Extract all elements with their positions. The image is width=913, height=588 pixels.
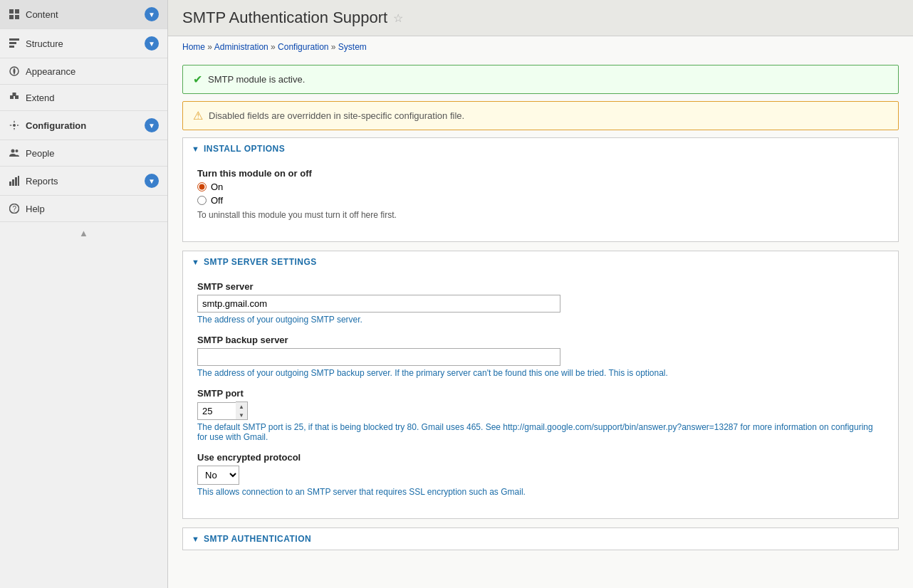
radio-on-label[interactable]: On <box>211 182 223 192</box>
radio-on-input[interactable] <box>197 182 207 191</box>
svg-rect-10 <box>13 93 16 96</box>
main-content: SMTP Authentication Support ☆ Home » Adm… <box>168 0 913 588</box>
chevron-down-icon: ▼ <box>145 7 159 21</box>
gmail-support-link[interactable]: http://gmail.google.com/support/bin/answ… <box>503 422 738 432</box>
smtp-port-desc: The default SMTP port is 25, if that is … <box>197 422 884 442</box>
smtp-server-header[interactable]: ▼ SMTP SERVER SETTINGS <box>183 251 898 273</box>
sidebar-item-reports[interactable]: Reports ▼ <box>0 167 167 196</box>
sidebar-item-label-people: People <box>26 148 54 159</box>
sidebar-item-extend[interactable]: Extend <box>0 85 167 111</box>
radio-off-item: Off <box>197 195 884 206</box>
svg-rect-2 <box>9 15 14 19</box>
extend-icon <box>9 92 20 103</box>
smtp-server-field: SMTP server The address of your outgoing… <box>197 281 884 325</box>
people-icon <box>9 147 20 159</box>
radio-on-item: On <box>197 182 884 192</box>
smtp-server-input[interactable] <box>197 295 560 313</box>
sidebar-item-content[interactable]: Content ▼ <box>0 0 167 29</box>
reports-icon <box>9 175 20 187</box>
warning-icon: ⚠ <box>193 109 203 122</box>
radio-off-label[interactable]: Off <box>211 195 223 206</box>
section-chevron-icon: ▼ <box>192 258 199 266</box>
sidebar-item-configuration[interactable]: Configuration ▼ <box>0 111 167 140</box>
sidebar-item-label-help: Help <box>26 204 45 214</box>
section-chevron-icon: ▼ <box>192 145 199 153</box>
smtp-server-section: ▼ SMTP SERVER SETTINGS SMTP server The a… <box>182 251 899 519</box>
warning-alert: ⚠ Disabled fields are overridden in site… <box>182 101 899 130</box>
smtp-auth-header[interactable]: ▼ SMTP AUTHENTICATION <box>183 528 898 550</box>
sidebar-item-label-content: Content <box>26 9 58 20</box>
svg-rect-3 <box>15 15 19 19</box>
breadcrumb-sep: » <box>271 42 278 52</box>
smtp-backup-label: SMTP backup server <box>197 335 884 345</box>
protocol-desc-text: This allows connection to an SMTP server… <box>197 487 526 497</box>
breadcrumb-system[interactable]: System <box>338 42 367 52</box>
smtp-auth-title: SMTP AUTHENTICATION <box>204 534 311 544</box>
svg-rect-0 <box>9 9 14 14</box>
success-message: SMTP module is active. <box>208 74 305 85</box>
sidebar-item-structure[interactable]: Structure ▼ <box>0 29 167 58</box>
help-icon: ? <box>9 203 20 214</box>
smtp-backup-input[interactable] <box>197 348 560 366</box>
smtp-server-desc: The address of your outgoing SMTP server… <box>197 315 884 325</box>
grid-icon <box>9 9 20 20</box>
chevron-down-icon: ▼ <box>145 36 159 51</box>
svg-rect-15 <box>12 179 14 186</box>
smtp-auth-section: ▼ SMTP AUTHENTICATION <box>182 527 899 550</box>
svg-rect-6 <box>9 46 14 48</box>
port-spinner: ▲ ▼ <box>236 401 248 420</box>
config-icon <box>9 120 20 131</box>
smtp-link[interactable]: SMTP <box>311 315 334 325</box>
spinner-down-button[interactable]: ▼ <box>236 411 247 419</box>
smtp-port-field: SMTP port ▲ ▼ The default SMTP port is 2… <box>197 388 884 442</box>
smtp-port-label: SMTP port <box>197 388 884 399</box>
section-chevron-icon: ▼ <box>192 535 199 543</box>
uninstall-note: To uninstall this module you must turn i… <box>197 210 884 220</box>
warning-message: Disabled fields are overridden in site-s… <box>209 110 464 121</box>
install-options-title: INSTALL OPTIONS <box>204 144 285 154</box>
sidebar-item-label-structure: Structure <box>26 38 63 49</box>
svg-point-12 <box>11 149 15 153</box>
breadcrumb-sep: » <box>331 42 338 52</box>
favorite-icon[interactable]: ☆ <box>393 11 403 25</box>
install-options-section: ▼ INSTALL OPTIONS Turn this module on or… <box>182 137 899 242</box>
smtp-server-body: SMTP server The address of your outgoing… <box>183 273 898 518</box>
sidebar-item-label-appearance: Appearance <box>26 66 75 77</box>
sidebar-item-label-extend: Extend <box>26 93 54 103</box>
page-header: SMTP Authentication Support ☆ <box>168 0 913 36</box>
sidebar-item-people[interactable]: People <box>0 140 167 167</box>
smtp-port-wrapper: ▲ ▼ <box>197 401 884 420</box>
sidebar-item-help[interactable]: ? Help <box>0 196 167 222</box>
sidebar: Content ▼ Structure ▼ Appearance Extend <box>0 0 168 588</box>
radio-off-input[interactable] <box>197 196 207 205</box>
breadcrumb-home[interactable]: Home <box>182 42 205 52</box>
sidebar-item-label-configuration: Configuration <box>26 120 86 131</box>
smtp-port-input[interactable] <box>197 402 236 420</box>
install-options-body: Turn this module on or off On Off To uni… <box>183 159 898 241</box>
sidebar-collapse-handle[interactable]: ▲ <box>0 222 167 244</box>
smtp-server-title: SMTP SERVER SETTINGS <box>204 257 317 267</box>
smtp-server-label: SMTP server <box>197 281 884 292</box>
breadcrumb-administration[interactable]: Administration <box>214 42 268 52</box>
collapse-icon: ▲ <box>79 228 88 238</box>
install-options-header[interactable]: ▼ INSTALL OPTIONS <box>183 138 898 159</box>
smtp-server-desc-text: The address of your outgoing <box>197 315 311 325</box>
toggle-field: Turn this module on or off On Off To uni… <box>197 168 884 220</box>
svg-point-11 <box>13 124 16 127</box>
structure-icon <box>9 38 20 49</box>
breadcrumb-configuration[interactable]: Configuration <box>278 42 328 52</box>
toggle-label: Turn this module on or off <box>197 168 884 179</box>
svg-rect-4 <box>9 38 19 41</box>
svg-rect-17 <box>18 176 19 186</box>
svg-rect-16 <box>15 177 17 186</box>
check-icon: ✔ <box>193 73 202 86</box>
protocol-desc: This allows connection to an SMTP server… <box>197 487 884 497</box>
breadcrumb-sep: » <box>207 42 214 52</box>
success-alert: ✔ SMTP module is active. <box>182 65 899 94</box>
page-title: SMTP Authentication Support <box>182 9 387 27</box>
radio-group-toggle: On Off <box>197 182 884 206</box>
spinner-up-button[interactable]: ▲ <box>236 402 247 411</box>
breadcrumb: Home » Administration » Configuration » … <box>168 36 913 58</box>
protocol-select[interactable]: No SSL TLS <box>197 466 239 485</box>
sidebar-item-appearance[interactable]: Appearance <box>0 58 167 85</box>
